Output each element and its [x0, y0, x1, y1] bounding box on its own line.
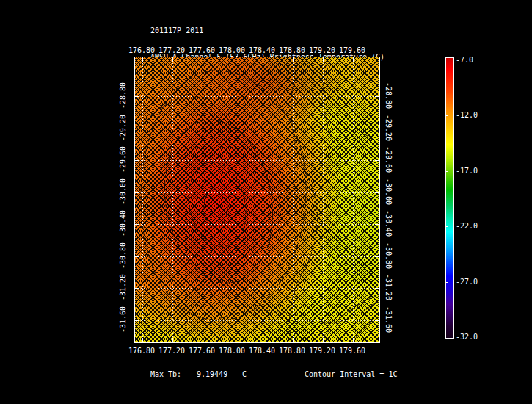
- gridline-horizontal: [135, 129, 379, 129]
- title-line-dataset: 201117P 2011: [150, 26, 385, 35]
- colorbar-tick: [445, 171, 448, 172]
- colorbar-tick-label: -22.0: [456, 222, 478, 231]
- gridline-horizontal: [135, 160, 379, 161]
- y-axis-tick-label-right: -30.00: [385, 178, 392, 205]
- gridline-vertical: [233, 57, 233, 342]
- axis-tick: [375, 96, 379, 97]
- x-axis-tick-label-bottom: 179.60: [339, 347, 365, 355]
- axis-tick: [135, 160, 139, 161]
- gridline-vertical: [353, 57, 354, 342]
- colorbar-tick: [445, 115, 448, 116]
- axis-tick: [375, 160, 379, 161]
- x-axis-tick-label-top: 178.40: [249, 47, 275, 54]
- gridline-horizontal: [135, 192, 379, 193]
- axis-tick: [375, 129, 379, 129]
- axis-tick: [323, 338, 324, 342]
- axis-tick: [353, 338, 354, 342]
- axis-tick: [375, 256, 379, 257]
- axis-tick: [172, 338, 173, 342]
- x-axis-tick-label-bottom: 178.00: [219, 347, 245, 355]
- axis-tick: [142, 338, 143, 342]
- y-axis-tick-label-right: -31.60: [385, 306, 392, 333]
- axis-tick: [135, 224, 139, 225]
- colorbar-tick: [445, 226, 448, 227]
- contour-interval-label: Contour Interval = 1C: [305, 370, 397, 379]
- axis-tick: [293, 338, 294, 342]
- gridline-horizontal: [135, 256, 379, 257]
- y-axis-tick-label-left: -29.20: [120, 115, 127, 141]
- y-axis-tick-label-left: -30.80: [120, 242, 127, 269]
- gridline-horizontal: [135, 288, 379, 289]
- axis-tick: [375, 224, 379, 225]
- gridline-vertical: [203, 57, 203, 342]
- axis-tick: [135, 288, 139, 289]
- x-axis-tick-label-top: 179.20: [309, 47, 335, 54]
- y-axis-tick-label-left: -31.60: [120, 306, 127, 333]
- max-tb-label: Max Tb:: [150, 370, 181, 379]
- colorbar-tick-label: -17.0: [456, 167, 478, 176]
- y-axis-tick-label-left: -30.00: [120, 178, 127, 205]
- axis-tick: [323, 57, 324, 62]
- gridline-horizontal: [135, 320, 379, 321]
- axis-tick: [293, 57, 294, 62]
- colorbar-tick-label: -7.0: [456, 56, 473, 65]
- axis-tick: [375, 320, 379, 321]
- axis-tick: [172, 57, 173, 62]
- x-axis-tick-label-bottom: 178.40: [249, 347, 275, 355]
- axis-tick: [135, 320, 139, 321]
- gridline-vertical: [323, 57, 324, 342]
- colorbar-tick: [445, 282, 448, 283]
- map-plot-frame: [134, 57, 380, 343]
- latlon-gridlines: [135, 57, 379, 342]
- axis-tick: [353, 57, 354, 62]
- y-axis-tick-label-right: -30.80: [385, 242, 392, 269]
- y-axis-tick-label-left: -28.80: [120, 82, 127, 109]
- axis-tick: [203, 57, 203, 62]
- x-axis-tick-label-top: 178.00: [219, 47, 245, 54]
- y-axis-tick-label-left: -30.40: [120, 210, 127, 237]
- axis-tick: [135, 96, 139, 97]
- colorbar: [445, 57, 454, 339]
- gridline-vertical: [142, 57, 143, 342]
- axis-tick: [263, 338, 263, 342]
- axis-tick: [375, 192, 379, 193]
- colorbar-tick-label: -12.0: [456, 111, 478, 120]
- x-axis-tick-label-bottom: 178.80: [279, 347, 305, 355]
- axis-tick: [375, 288, 379, 289]
- x-axis-tick-label-top: 177.60: [189, 47, 215, 54]
- max-tb-unit: C: [242, 370, 247, 379]
- axis-tick: [135, 192, 139, 193]
- x-axis-tick-label-bottom: 177.20: [158, 347, 185, 355]
- x-axis-tick-label-top: 176.80: [128, 47, 155, 54]
- axis-tick: [233, 57, 233, 62]
- gridline-horizontal: [135, 224, 379, 225]
- y-axis-tick-label-left: -31.20: [120, 274, 127, 300]
- y-axis-tick-label-right: -30.40: [385, 210, 392, 237]
- x-axis-tick-label-bottom: 177.60: [189, 347, 215, 355]
- gridline-vertical: [172, 57, 173, 342]
- y-axis-tick-label-right: -29.60: [385, 146, 392, 173]
- max-tb-value: -9.19449: [192, 370, 227, 379]
- x-axis-tick-label-top: 177.20: [158, 47, 185, 54]
- x-axis-tick-label-bottom: 176.80: [128, 347, 155, 355]
- axis-tick: [233, 338, 233, 342]
- gridline-horizontal: [135, 96, 379, 97]
- plot-canvas: 201117P 2011 AMSU-A Channel 5 (53.6GHz) …: [0, 0, 532, 404]
- axis-tick: [142, 57, 143, 62]
- gridline-vertical: [293, 57, 294, 342]
- y-axis-tick-label-right: -31.20: [385, 274, 392, 300]
- gridline-vertical: [263, 57, 263, 342]
- axis-tick: [203, 338, 203, 342]
- colorbar-tick-label: -32.0: [456, 333, 478, 342]
- x-axis-tick-label-bottom: 179.20: [309, 347, 335, 355]
- y-axis-tick-label-left: -29.60: [120, 146, 127, 173]
- axis-tick: [263, 57, 263, 62]
- x-axis-tick-label-top: 178.80: [279, 47, 305, 54]
- y-axis-tick-label-right: -29.20: [385, 115, 392, 141]
- x-axis-tick-label-top: 179.60: [339, 47, 365, 54]
- axis-tick: [135, 129, 139, 129]
- axis-tick: [135, 256, 139, 257]
- y-axis-tick-label-right: -28.80: [385, 82, 392, 109]
- colorbar-tick-label: -27.0: [456, 278, 478, 286]
